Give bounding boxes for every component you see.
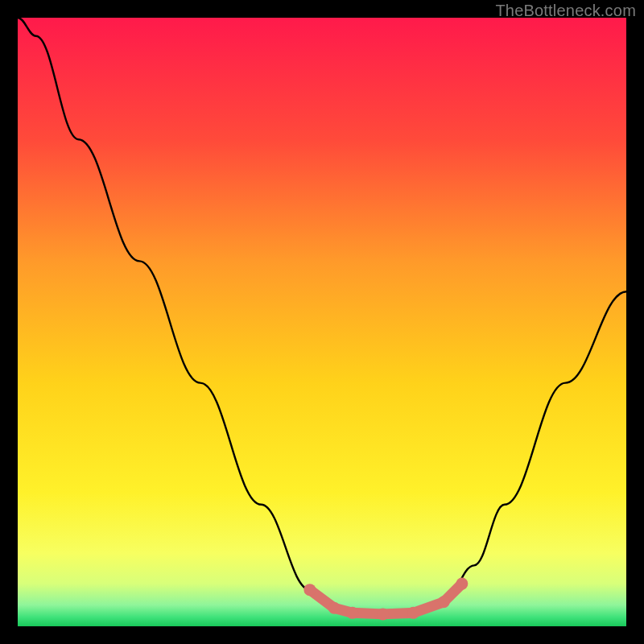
curve-layer <box>18 18 626 626</box>
optimal-marker-dot <box>346 607 358 619</box>
optimal-marker-dot <box>303 584 316 596</box>
optimal-marker-dot <box>438 596 450 608</box>
optimal-marker-dot <box>456 578 468 590</box>
chart-frame: TheBottleneck.com <box>0 0 644 644</box>
watermark-text: TheBottleneck.com <box>495 2 636 20</box>
optimal-marker <box>303 578 468 621</box>
bottleneck-curve <box>18 18 626 614</box>
optimal-marker-dot <box>328 602 341 614</box>
optimal-marker-dot <box>377 608 389 620</box>
optimal-marker-dot <box>407 607 419 619</box>
plot-area <box>18 18 626 626</box>
